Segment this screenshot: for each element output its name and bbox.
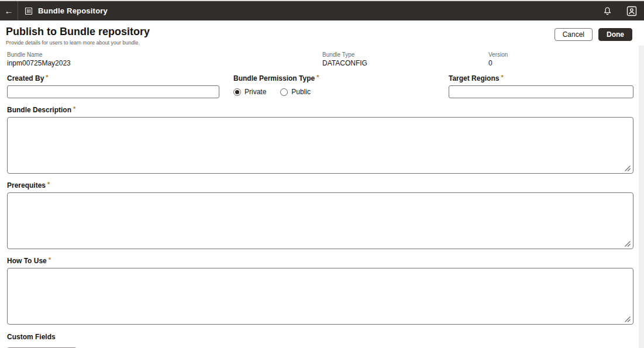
resize-handle-icon[interactable]	[624, 315, 631, 322]
cancel-button[interactable]: Cancel	[555, 28, 593, 41]
bundle-description-label: Bundle Description*	[7, 105, 633, 114]
done-button[interactable]: Done	[598, 28, 632, 41]
required-marker: *	[73, 105, 75, 112]
page-title: Publish to Bundle repository	[6, 26, 555, 38]
version-label: Version	[488, 51, 629, 58]
user-badge-icon	[626, 5, 638, 17]
required-marker: *	[47, 181, 50, 188]
version-value: 0	[488, 59, 629, 67]
form-row-top: Created By* Bundle Permission Type* Priv…	[7, 74, 633, 98]
permission-type-label: Bundle Permission Type*	[233, 74, 449, 82]
radio-public-circle	[280, 88, 288, 96]
radio-public[interactable]: Public	[280, 88, 311, 96]
resize-handle-icon[interactable]	[624, 164, 631, 171]
radio-public-label: Public	[291, 88, 311, 96]
prerequites-label: Prerequites*	[7, 181, 633, 189]
vertical-scrollbar[interactable]	[639, 46, 644, 348]
publish-bundle-page: Publish to Bundle repository Provide det…	[0, 20, 644, 348]
prerequites-field: Prerequites*	[7, 181, 633, 249]
bank-icon	[25, 7, 33, 15]
arrow-left-icon: ←	[5, 6, 13, 16]
bundle-name-label: Bundle Name	[7, 51, 322, 58]
bundle-type-label: Bundle Type	[322, 51, 488, 58]
page-subtitle: Provide details for users to learn more …	[6, 40, 555, 46]
back-button[interactable]: ←	[0, 1, 18, 20]
app-header: ← Bundle Repository	[0, 1, 644, 20]
permission-radio-group: Private Public	[233, 88, 449, 96]
app-title: Bundle Repository	[38, 6, 108, 15]
custom-fields-label: Custom Fields	[7, 333, 633, 341]
target-regions-label: Target Regions*	[449, 74, 633, 82]
bundle-description-textarea[interactable]	[7, 117, 633, 174]
bell-icon	[603, 6, 612, 16]
target-regions-input[interactable]	[449, 85, 633, 98]
how-to-use-textarea[interactable]	[7, 268, 633, 325]
required-marker: *	[49, 256, 51, 263]
bundle-type-value: DATACONFIG	[322, 59, 488, 67]
how-to-use-field: How To Use*	[7, 256, 633, 325]
required-marker: *	[501, 74, 503, 81]
form-content: Bundle Name inpm00725May2023 Bundle Type…	[0, 51, 644, 348]
radio-private-label: Private	[244, 88, 266, 96]
how-to-use-label: How To Use*	[7, 256, 633, 265]
bundle-name-value: inpm00725May2023	[7, 59, 322, 67]
required-marker: *	[46, 74, 48, 81]
notifications-button[interactable]	[603, 6, 612, 16]
prerequites-textarea[interactable]	[7, 192, 633, 249]
created-by-input[interactable]	[7, 85, 219, 98]
radio-private[interactable]: Private	[233, 88, 266, 96]
profile-button[interactable]	[626, 5, 638, 17]
bundle-summary-row: Bundle Name inpm00725May2023 Bundle Type…	[7, 51, 633, 67]
created-by-label: Created By*	[7, 74, 219, 82]
radio-private-circle	[233, 88, 241, 96]
page-titlebar: Publish to Bundle repository Provide det…	[0, 20, 644, 46]
bundle-description-field: Bundle Description*	[7, 105, 633, 174]
header-divider	[18, 1, 18, 20]
resize-handle-icon[interactable]	[624, 239, 631, 246]
required-marker: *	[316, 74, 319, 81]
